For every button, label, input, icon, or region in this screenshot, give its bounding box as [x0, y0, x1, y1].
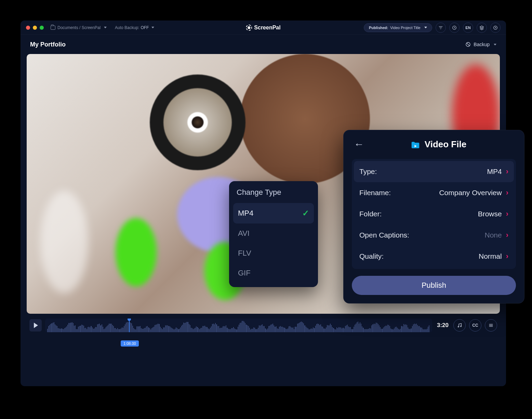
breadcrumb[interactable]: Documents / ScreenPal [51, 25, 107, 30]
brand-name: ScreenPal [254, 25, 280, 31]
history-button[interactable] [449, 23, 460, 33]
music-button[interactable] [453, 319, 466, 332]
video-file-row-folder[interactable]: Folder:Browse› [354, 203, 514, 225]
backup-label: Backup [474, 42, 490, 47]
chevron-right-icon: › [506, 231, 508, 240]
filter-button[interactable] [436, 23, 446, 33]
change-type-option-label: MP4 [238, 209, 253, 218]
page-title: My Portfolio [30, 41, 66, 48]
publish-select-value: Video Project Title [390, 26, 420, 30]
chevron-right-icon: › [506, 167, 508, 176]
brand-logo: ScreenPal [246, 25, 280, 31]
breadcrumb-path: Documents / ScreenPal [57, 25, 101, 30]
chevron-down-icon [104, 27, 107, 28]
play-button[interactable] [29, 319, 42, 332]
window-controls [26, 26, 44, 30]
row-value: Company Overview [439, 189, 502, 197]
autobackup-value: OFF [141, 25, 149, 30]
row-label: Folder: [359, 210, 478, 218]
help-button[interactable] [490, 23, 501, 33]
row-value: Normal [479, 252, 502, 260]
video-file-panel: ← Video File Type:MP4›Filename:Company O… [343, 130, 524, 303]
chevron-down-icon [424, 27, 427, 28]
video-file-row-filename[interactable]: Filename:Company Overview› [354, 182, 514, 203]
row-value: MP4 [487, 167, 502, 176]
backup-button[interactable]: Backup [465, 42, 496, 47]
chevron-down-icon [151, 27, 154, 28]
playhead-time: 1:08.00 [121, 340, 139, 347]
change-type-option-label: AVI [238, 229, 250, 238]
row-label: Filename: [359, 189, 439, 197]
language-button[interactable]: EN [463, 23, 473, 33]
video-file-row-quality[interactable]: Quality:Normal› [354, 246, 514, 267]
change-type-option-avi[interactable]: AVI [233, 224, 314, 243]
back-button[interactable]: ← [352, 138, 366, 150]
timeline-track[interactable] [45, 319, 432, 332]
titlebar: Documents / ScreenPal Auto Backup: OFF S… [21, 21, 506, 35]
change-type-option-label: GIF [238, 269, 251, 278]
video-file-header: ← Video File [352, 138, 516, 150]
change-type-option-label: FLV [238, 249, 251, 258]
menu-button[interactable] [485, 319, 497, 332]
close-window-button[interactable] [26, 26, 30, 30]
folder-icon [51, 26, 55, 30]
change-type-popup: Change Type MP4✓AVIFLVGIF [229, 181, 318, 287]
total-time: 3:20 [436, 322, 450, 329]
video-file-row-type[interactable]: Type:MP4› [354, 161, 514, 182]
row-label: Quality: [359, 252, 479, 260]
change-type-title: Change Type [233, 188, 314, 203]
video-folder-icon [410, 140, 421, 148]
playhead[interactable] [129, 319, 130, 332]
change-type-option-mp4[interactable]: MP4✓ [233, 203, 314, 224]
chevron-down-icon [494, 44, 496, 45]
chevron-right-icon: › [506, 252, 508, 261]
video-file-row-opencaptions[interactable]: Open Captions:None› [354, 225, 514, 246]
publish-select-label: Published: [369, 26, 388, 30]
change-type-option-gif[interactable]: GIF [233, 263, 314, 283]
publish-select[interactable]: Published: Video Project Title [364, 23, 432, 32]
maximize-window-button[interactable] [40, 26, 44, 30]
row-value: None [484, 231, 502, 239]
svg-point-3 [458, 326, 459, 327]
autobackup-toggle[interactable]: Auto Backup: OFF [115, 25, 154, 30]
change-type-option-flv[interactable]: FLV [233, 243, 314, 263]
brand-icon [246, 25, 252, 31]
check-icon: ✓ [302, 208, 309, 218]
chevron-right-icon: › [506, 188, 508, 197]
timeline-bar: 3:20 CC [27, 319, 500, 332]
subheader: My Portfolio Backup [21, 35, 506, 54]
toolbar-right: Published: Video Project Title EN [364, 23, 501, 33]
row-label: Type: [359, 167, 487, 176]
chevron-right-icon: › [506, 210, 508, 218]
video-file-title: Video File [425, 139, 466, 150]
minimize-window-button[interactable] [33, 26, 37, 30]
svg-point-4 [461, 326, 462, 327]
autobackup-label: Auto Backup: [115, 25, 139, 30]
publish-button[interactable]: Publish [352, 276, 516, 295]
row-label: Open Captions: [359, 231, 484, 239]
row-value: Browse [478, 210, 502, 218]
captions-button[interactable]: CC [469, 319, 481, 332]
layers-button[interactable] [477, 23, 487, 33]
